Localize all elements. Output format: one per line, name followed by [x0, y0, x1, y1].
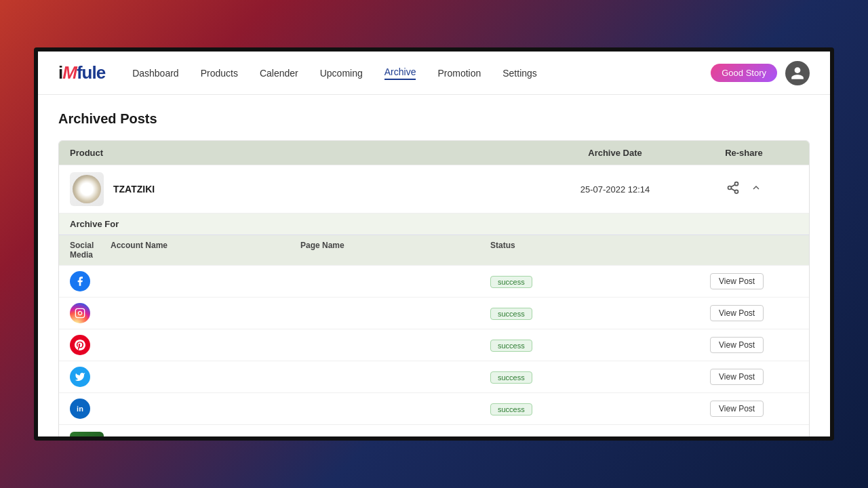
- archive-date-tzatziki: 25-07-2022 12:14: [540, 184, 690, 195]
- nav-products[interactable]: Products: [201, 68, 238, 79]
- view-post-btn-fb[interactable]: View Post: [710, 273, 764, 289]
- svg-point-1: [728, 186, 732, 189]
- ig-action: View Post: [710, 305, 798, 321]
- view-post-btn-li[interactable]: View Post: [710, 401, 764, 417]
- social-icon-facebook: [70, 271, 111, 291]
- sub-row-instagram: success View Post: [59, 297, 809, 329]
- sub-th-action: [710, 241, 798, 260]
- sub-th-page: Page Name: [300, 241, 490, 260]
- screen-frame: iMfule Dashboard Products Calender Upcom…: [34, 47, 834, 441]
- nav-right: Good Story: [711, 61, 810, 85]
- fb-action: View Post: [710, 273, 798, 289]
- sub-th-account: Account Name: [111, 241, 300, 260]
- view-post-btn-pt[interactable]: View Post: [710, 337, 764, 353]
- th-reshare: Re-share: [690, 148, 798, 158]
- tw-action: View Post: [710, 369, 798, 385]
- instagram-icon: [70, 303, 90, 323]
- status-badge-li: success: [490, 403, 532, 415]
- nav-upcoming[interactable]: Upcoming: [320, 68, 363, 79]
- corner-tl: [34, 47, 52, 65]
- nav-settings[interactable]: Settings: [502, 68, 537, 79]
- main-content: Archived Posts Product Archive Date Re-s…: [38, 95, 830, 436]
- product-name-tzatziki: TZATZIKI: [113, 184, 155, 195]
- status-badge-ig: success: [490, 308, 532, 320]
- sub-th-social: Social Media: [70, 241, 111, 260]
- sub-row-facebook: success View Post: [59, 265, 809, 297]
- chevron-up-icon-tzatziki[interactable]: [751, 182, 762, 196]
- archive-for-header: Archive For: [59, 214, 809, 235]
- logo-arrow: M: [62, 62, 77, 83]
- th-archive-date: Archive Date: [540, 148, 690, 158]
- product-info-tzatziki: TZATZIKI: [70, 172, 540, 206]
- ig-status: success: [490, 307, 710, 320]
- logo-fule: fule: [77, 62, 105, 83]
- status-badge-tw: success: [490, 371, 532, 384]
- pt-status: success: [490, 339, 710, 352]
- social-icon-linkedin: in: [70, 399, 111, 419]
- status-badge-pt: success: [490, 340, 532, 352]
- svg-point-2: [735, 190, 738, 193]
- svg-rect-5: [75, 308, 84, 317]
- th-product: Product: [70, 148, 540, 158]
- table-row-tzatziki: TZATZIKI 25-07-2022 12:14: [59, 165, 809, 213]
- good-story-button[interactable]: Good Story: [711, 64, 777, 82]
- product-image-7up: [70, 432, 104, 436]
- twitter-icon: [70, 367, 90, 387]
- svg-line-4: [731, 184, 735, 186]
- nav-links: Dashboard Products Calender Upcoming Arc…: [132, 66, 711, 80]
- nav-promotion[interactable]: Promotion: [437, 68, 481, 79]
- logo: iMfule: [58, 62, 105, 83]
- li-action: View Post: [710, 401, 798, 417]
- nav-calender[interactable]: Calender: [260, 68, 298, 79]
- product-info-7up: 7UP FREE 33cl: [70, 432, 540, 436]
- page-title: Archived Posts: [58, 111, 810, 127]
- corner-bl: [34, 423, 52, 441]
- sub-row-twitter: success View Post: [59, 361, 809, 392]
- social-icon-twitter: [70, 367, 111, 387]
- social-icon-instagram: [70, 303, 111, 323]
- reshare-col-tzatziki: [690, 181, 798, 198]
- linkedin-icon: in: [70, 399, 90, 419]
- table-header: Product Archive Date Re-share: [59, 141, 809, 165]
- sub-th-status: Status: [490, 241, 710, 260]
- li-status: success: [490, 403, 710, 415]
- archive-for-section: Archive For Social Media Account Name Pa…: [59, 213, 809, 424]
- svg-line-3: [731, 188, 735, 190]
- navbar: iMfule Dashboard Products Calender Upcom…: [38, 52, 830, 95]
- nav-archive[interactable]: Archive: [384, 66, 416, 80]
- status-badge-fb: success: [490, 276, 532, 288]
- sub-row-pinterest: success View Post: [59, 329, 809, 361]
- sub-table-header: Social Media Account Name Page Name Stat…: [59, 235, 809, 265]
- share-icon-tzatziki[interactable]: [726, 181, 740, 198]
- corner-tr: [816, 47, 834, 65]
- avatar[interactable]: [785, 61, 810, 85]
- social-icon-pinterest: [70, 335, 111, 355]
- table-row-7up: 7UP FREE 33cl 16-07-2022 03:30: [59, 424, 809, 436]
- product-image-tzatziki: [70, 172, 104, 206]
- svg-point-0: [735, 182, 738, 185]
- fb-status: success: [490, 275, 710, 288]
- sub-row-linkedin: in success View Post: [59, 392, 809, 424]
- corner-br: [816, 423, 834, 441]
- pt-action: View Post: [710, 337, 798, 353]
- facebook-icon: [70, 271, 90, 291]
- archive-table: Product Archive Date Re-share TZATZIKI 2…: [58, 140, 810, 436]
- pinterest-icon: [70, 335, 90, 355]
- view-post-btn-tw[interactable]: View Post: [710, 369, 764, 385]
- view-post-btn-ig[interactable]: View Post: [710, 305, 764, 321]
- tw-status: success: [490, 371, 710, 384]
- nav-dashboard[interactable]: Dashboard: [132, 68, 179, 79]
